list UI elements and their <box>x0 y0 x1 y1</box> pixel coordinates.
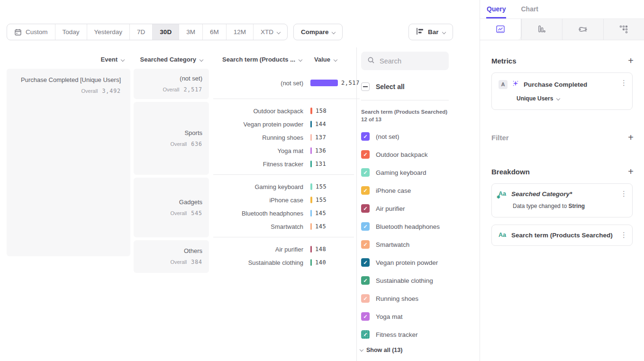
filter-item[interactable]: ✓Running shoes <box>361 289 440 307</box>
table-row[interactable]: Fitness tracker131 <box>213 157 354 171</box>
filter-item[interactable]: ✓Bluetooth headphones <box>361 217 440 235</box>
table-row[interactable]: Bluetooth headphones145 <box>213 207 354 220</box>
date-range-30d[interactable]: 30D <box>152 24 179 40</box>
value-bar <box>310 197 312 203</box>
value-text: 158 <box>316 108 327 114</box>
filter-item[interactable]: ✓Air purifier <box>361 199 440 217</box>
column-header[interactable]: Value <box>314 56 337 63</box>
checkbox[interactable]: ✓ <box>361 330 370 339</box>
table-row[interactable]: Sustainable clothing140 <box>213 256 354 269</box>
report-tab[interactable] <box>521 19 562 40</box>
table-row[interactable]: (not set)2,517 <box>213 76 360 90</box>
checkbox[interactable]: ✓ <box>361 294 370 303</box>
breakdown-card[interactable]: Aa✱Searched Category*⋮Data type changed … <box>491 183 633 217</box>
filter-item[interactable]: ✓Vegan protein powder <box>361 253 440 271</box>
metric-card[interactable]: A Purchase Completed ⋮ Unique Users <box>491 72 633 110</box>
value-text: 145 <box>315 210 326 217</box>
indeterminate-checkbox[interactable] <box>361 82 370 91</box>
date-range-6m[interactable]: 6M <box>202 24 226 40</box>
checkbox[interactable]: ✓ <box>361 312 370 321</box>
check-icon: ✓ <box>363 278 367 283</box>
checkbox[interactable]: ✓ <box>361 222 370 231</box>
breakdown-card[interactable]: AaSearch term (Products Searched)⋮ <box>491 225 633 246</box>
table-groups: (not set)Overall2,517(not set)2,517Sport… <box>134 69 354 276</box>
filter-item[interactable]: ✓iPhone case <box>361 181 440 199</box>
date-range-xtd[interactable]: XTD <box>253 24 287 40</box>
flows-icon <box>578 25 588 34</box>
value-text: 140 <box>315 259 326 266</box>
add-breakdown-button[interactable]: + <box>628 167 634 176</box>
table-row[interactable]: Vegan protein powder144 <box>213 117 354 131</box>
kebab-menu-icon[interactable]: ⋮ <box>620 79 627 87</box>
event-cell[interactable]: Purchase Completed [Unique Users] Overal… <box>7 69 130 256</box>
table-row[interactable]: Running shoes137 <box>213 131 354 144</box>
column-header[interactable]: Search term (Products ... <box>213 56 302 63</box>
date-range-label: 6M <box>210 28 219 36</box>
table-row[interactable]: Outdoor backpack158 <box>213 104 354 117</box>
date-range-yesterday[interactable]: Yesterday <box>87 24 130 40</box>
checkbox[interactable]: ✓ <box>361 258 370 267</box>
filter-item[interactable]: ✓Sustainable clothing <box>361 271 440 289</box>
group-rows: Gaming keyboard155iPhone case155Bluetoot… <box>213 178 354 237</box>
aggregation-dropdown[interactable]: Unique Users <box>517 95 626 102</box>
compare-button[interactable]: Compare <box>293 24 343 40</box>
filter-item-label: Smartwatch <box>376 241 409 248</box>
category-cell[interactable]: (not set)Overall2,517 <box>134 69 209 99</box>
date-range-7d[interactable]: 7D <box>129 24 152 40</box>
metric-badge: A <box>499 80 508 89</box>
checkbox[interactable]: ✓ <box>361 132 370 141</box>
filter-item[interactable]: ✓Fitness tracker <box>361 325 440 343</box>
filter-item[interactable]: ✓(not set) <box>361 127 440 145</box>
date-range-label: 3M <box>186 28 195 36</box>
category-name: Sports <box>134 129 202 136</box>
filter-item[interactable]: ✓Outdoor backpack <box>361 145 440 163</box>
table-row[interactable]: iPhone case155 <box>213 193 354 207</box>
table-group: OthersOverall384Air purifier148Sustainab… <box>134 240 354 273</box>
filter-item[interactable]: ✓Smartwatch <box>361 235 440 253</box>
report-tab[interactable] <box>562 19 603 40</box>
checkbox[interactable]: ✓ <box>361 150 370 159</box>
show-all-button[interactable]: Show all (13) <box>360 347 402 353</box>
filter-item-label: (not set) <box>376 133 399 140</box>
divider <box>361 100 449 100</box>
event-overall-value: 3,492 <box>102 88 121 94</box>
add-filter-button[interactable]: + <box>628 133 634 142</box>
event-sparkle-icon <box>512 80 519 89</box>
report-tab[interactable] <box>480 19 521 40</box>
query-chart-tabs: QueryChart <box>480 0 644 19</box>
tab-chart[interactable]: Chart <box>520 5 539 18</box>
column-header[interactable]: Event <box>7 56 124 63</box>
filter-item-label: Outdoor backpack <box>376 151 428 158</box>
check-icon: ✓ <box>363 188 367 193</box>
tab-query[interactable]: Query <box>486 5 506 18</box>
checkbox[interactable]: ✓ <box>361 186 370 195</box>
add-metric-button[interactable]: + <box>628 56 634 65</box>
filter-item-label: Fitness tracker <box>376 331 418 338</box>
checkbox[interactable]: ✓ <box>361 168 370 177</box>
table-row[interactable]: Air purifier148 <box>213 243 354 256</box>
date-range-custom[interactable]: Custom <box>7 24 55 40</box>
date-range-today[interactable]: Today <box>55 24 87 40</box>
category-cell[interactable]: OthersOverall384 <box>134 240 209 273</box>
filter-item[interactable]: ✓Gaming keyboard <box>361 163 440 181</box>
column-header[interactable]: Searched Category <box>134 56 203 63</box>
value-bar <box>310 259 312 266</box>
report-tab[interactable] <box>603 19 644 40</box>
kebab-menu-icon[interactable]: ⋮ <box>620 190 627 198</box>
table-row[interactable]: Gaming keyboard155 <box>213 180 354 193</box>
table-row[interactable]: Smartwatch145 <box>213 220 354 233</box>
category-cell[interactable]: GadgetsOverall545 <box>134 178 209 237</box>
filter-item[interactable]: ✓Yoga mat <box>361 307 440 325</box>
select-all-row[interactable]: Select all <box>361 82 405 91</box>
checkbox[interactable]: ✓ <box>361 240 370 249</box>
checkbox[interactable]: ✓ <box>361 276 370 285</box>
search-input[interactable]: Search <box>361 52 449 70</box>
table-row[interactable]: Yoga mat136 <box>213 144 354 157</box>
kebab-menu-icon[interactable]: ⋮ <box>620 231 627 239</box>
date-range-3m[interactable]: 3M <box>179 24 202 40</box>
category-cell[interactable]: SportsOverall636 <box>134 102 209 175</box>
table-group: (not set)Overall2,517(not set)2,517 <box>134 69 354 99</box>
date-range-12m[interactable]: 12M <box>226 24 253 40</box>
search-term-label: Running shoes <box>213 134 303 141</box>
checkbox[interactable]: ✓ <box>361 204 370 213</box>
